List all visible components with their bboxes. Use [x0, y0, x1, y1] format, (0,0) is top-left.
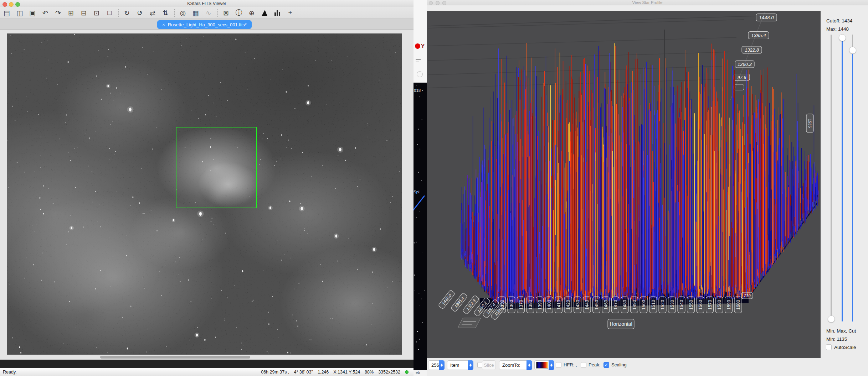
fits-image-viewport[interactable] — [0, 30, 414, 355]
viewport-lower-margin — [0, 360, 414, 368]
max-slider-handle[interactable] — [839, 34, 846, 41]
view-star-profile-window: View Star Profile 1448.01385.41322.81260… — [427, 0, 868, 376]
hfr-checkbox[interactable] — [556, 362, 561, 368]
svg-text:1450: 1450 — [594, 300, 599, 310]
wall-gridline — [428, 66, 723, 75]
undo-icon[interactable]: ↶ — [40, 8, 51, 17]
dropdown-stepper-icon[interactable] — [549, 360, 554, 370]
svg-text:1540: 1540 — [679, 300, 684, 310]
close-tab-icon[interactable]: × — [162, 22, 165, 27]
toolbar-separator — [118, 9, 119, 17]
right-window-titlebar[interactable]: View Star Profile — [427, 0, 868, 5]
connection-status-dot — [405, 370, 409, 374]
scaling-label: Scaling — [611, 362, 627, 367]
item-dropdown[interactable]: Item — [447, 360, 473, 370]
dropdown-stepper-icon[interactable] — [468, 360, 473, 370]
x-axis-tick-label: 1430 — [574, 297, 581, 313]
zoomto-dropdown[interactable]: ZoomTo: — [499, 360, 532, 370]
kstars-fits-viewer-window: KStars FITS Viewer ▤◫▣↶↷⊞⊟⊡□↻↺⇄⇅◎▦∿⊠ⓘ⊕+ … — [0, 0, 414, 376]
svg-text:1380: 1380 — [528, 300, 533, 310]
smudged-axis-label — [458, 318, 481, 328]
min-slider-track[interactable] — [831, 35, 832, 322]
cutoff-slider-handle[interactable] — [849, 47, 856, 54]
x-axis-tick-label: 1360 — [508, 297, 515, 313]
zoom-in-icon[interactable]: ⊞ — [66, 8, 76, 17]
flip-vertical-icon[interactable]: ⇅ — [160, 8, 171, 17]
background-bottom-text: eb — [414, 370, 427, 376]
value-tick-label: 1448.0 — [756, 14, 777, 21]
svg-text:1410: 1410 — [556, 300, 561, 310]
dropdown-stepper-icon[interactable] — [527, 360, 532, 370]
svg-text:1448.0: 1448.0 — [759, 15, 774, 20]
profile-toolbar: 256 Item Slice ZoomTo: HFR: , — [427, 358, 868, 376]
horizontal-scrollbar-track[interactable] — [0, 355, 414, 360]
svg-text:1400: 1400 — [547, 300, 552, 310]
min-slider-handle[interactable] — [828, 315, 835, 323]
status-dec: 4° 38' 03" — [294, 370, 313, 375]
open-file-icon[interactable]: ▤ — [1, 8, 12, 17]
peak-checkbox[interactable] — [581, 362, 586, 368]
svg-text:1570: 1570 — [708, 300, 713, 310]
fits-image[interactable] — [7, 33, 402, 355]
center-telescope-icon[interactable]: ⊕ — [246, 8, 257, 17]
star-profile-3d-plot[interactable]: 1448.01385.41322.81260.297.6135013601370… — [427, 11, 821, 358]
slice-button[interactable]: Slice — [482, 360, 496, 370]
svg-text:1480: 1480 — [622, 300, 627, 310]
svg-text:1600: 1600 — [736, 300, 741, 310]
autoscale-checkbox[interactable] — [826, 344, 832, 350]
svg-text:1470: 1470 — [613, 300, 618, 310]
sample-size-spinner[interactable]: 256 — [428, 360, 445, 370]
tab-rosette-fits[interactable]: × Rosette_Light_Ha_300_secs_001.fits* — [157, 20, 252, 29]
flip-horizontal-icon[interactable]: ⇄ — [147, 8, 158, 17]
cutoff-slider-fill[interactable] — [852, 50, 853, 322]
rotate-left-icon[interactable]: ↺ — [134, 8, 145, 17]
zoom-to-fit-icon[interactable]: ⊡ — [91, 8, 102, 17]
svg-text:1420: 1420 — [566, 300, 571, 310]
scaling-checkbox[interactable]: ✓ — [604, 362, 609, 368]
desktop: KStars FITS Viewer ▤◫▣↶↷⊞⊟⊡□↻↺⇄⇅◎▦∿⊠ⓘ⊕+ … — [0, 0, 868, 376]
x-axis-tick-label: 1510 — [649, 297, 657, 313]
star-profile-icon[interactable] — [272, 8, 283, 17]
svg-text:Horizontal: Horizontal — [610, 321, 632, 327]
status-resolution: 3352x2532 — [378, 370, 400, 375]
scale-sidebar: Cutoff: 1434 Max: 1448 Min, Max, Cut Min… — [821, 5, 868, 358]
histogram-icon[interactable] — [259, 8, 270, 17]
statistics-icon[interactable]: ∿ — [203, 8, 214, 17]
status-ra: 06h 29m 37s , — [261, 370, 289, 375]
x-axis-tick-label: 1550 — [687, 297, 695, 313]
toolbar-separator — [174, 9, 175, 17]
x-axis-tick-label: 1420 — [564, 297, 572, 313]
window-title: KStars FITS Viewer — [0, 1, 414, 6]
x-axis-tick-label: 1500 — [640, 297, 647, 313]
fits-header-icon[interactable]: ⓘ — [233, 8, 244, 17]
max-slider-fill[interactable] — [842, 38, 843, 322]
left-window-titlebar[interactable]: KStars FITS Viewer — [0, 0, 414, 7]
zoom-actual-size-icon[interactable]: □ — [104, 8, 115, 17]
pan-icon[interactable]: + — [285, 8, 296, 17]
save-file-icon[interactable]: ◫ — [14, 8, 25, 17]
value-tick-label: 97.6 — [734, 74, 750, 81]
rotate-right-icon[interactable]: ↻ — [122, 8, 132, 17]
colormap-dropdown[interactable] — [534, 360, 554, 370]
zoom-out-icon[interactable]: ⊟ — [78, 8, 89, 17]
background-text-fragment — [416, 59, 421, 60]
cutoff-label: Cutoff: 1434 — [826, 18, 852, 24]
redo-icon[interactable]: ↷ — [53, 8, 63, 17]
x-axis-tick-label: 1450 — [593, 297, 600, 313]
toggle-stars-icon[interactable]: ⊠ — [221, 8, 231, 17]
min-label: Min: 1135 — [826, 336, 847, 342]
pixel-grid-icon[interactable]: ▦ — [190, 8, 201, 17]
svg-text:97.6: 97.6 — [738, 75, 746, 80]
spinner-stepper-icon[interactable] — [439, 360, 445, 370]
x-axis-tick-label: 1460 — [602, 297, 610, 313]
wall-gridline — [428, 20, 744, 28]
star-tracking-box[interactable] — [176, 127, 257, 208]
tab-bar: × Rosette_Light_Ha_300_secs_001.fits* — [0, 19, 414, 30]
mark-stars-icon[interactable]: ◎ — [178, 8, 188, 17]
svg-text:1510: 1510 — [651, 300, 656, 310]
status-message: Ready. — [3, 370, 17, 375]
horizontal-scrollbar-thumb[interactable] — [100, 356, 250, 359]
x-axis-tick-label: 1440 — [583, 297, 591, 313]
svg-text:1460: 1460 — [604, 300, 608, 310]
save-file-as-icon[interactable]: ▣ — [27, 8, 38, 17]
